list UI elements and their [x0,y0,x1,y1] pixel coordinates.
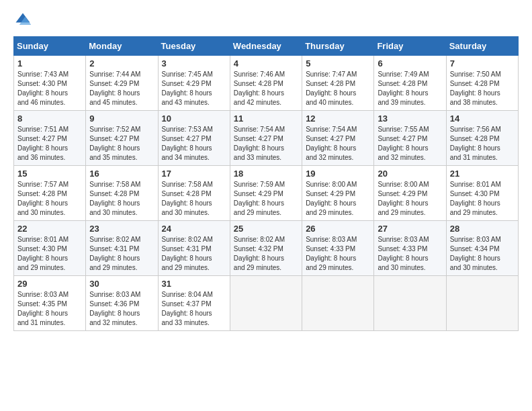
day-number: 31 [162,279,226,289]
day-info: Sunrise: 7:44 AMSunset: 4:29 PMDaylight:… [89,70,154,107]
calendar-cell: 29Sunrise: 8:03 AMSunset: 4:35 PMDayligh… [14,276,86,331]
page-header [13,11,519,30]
day-number: 3 [162,58,226,68]
day-number: 18 [234,169,298,179]
day-number: 22 [17,224,82,234]
calendar-cell: 23Sunrise: 8:02 AMSunset: 4:31 PMDayligh… [86,221,158,276]
calendar-cell [302,276,374,331]
day-number: 21 [450,169,515,179]
day-number: 4 [234,58,298,68]
day-info: Sunrise: 7:58 AMSunset: 4:28 PMDaylight:… [162,180,226,218]
day-info: Sunrise: 8:04 AMSunset: 4:37 PMDaylight:… [162,290,226,328]
weekday-header-wednesday: Wednesday [230,37,302,56]
calendar-cell: 17Sunrise: 7:58 AMSunset: 4:28 PMDayligh… [158,166,230,221]
weekday-header-sunday: Sunday [14,37,86,56]
calendar-cell [446,276,518,331]
calendar-cell: 8Sunrise: 7:51 AMSunset: 4:27 PMDaylight… [14,111,86,166]
calendar-cell: 30Sunrise: 8:03 AMSunset: 4:36 PMDayligh… [86,276,158,331]
day-number: 26 [306,224,370,234]
day-info: Sunrise: 7:54 AMSunset: 4:27 PMDaylight:… [306,125,370,163]
day-info: Sunrise: 8:02 AMSunset: 4:31 PMDaylight:… [162,235,226,273]
day-info: Sunrise: 8:02 AMSunset: 4:31 PMDaylight:… [89,235,154,273]
calendar-cell: 20Sunrise: 8:00 AMSunset: 4:29 PMDayligh… [374,166,446,221]
day-number: 25 [234,224,298,234]
day-number: 16 [89,169,154,179]
calendar-week-row: 8Sunrise: 7:51 AMSunset: 4:27 PMDaylight… [14,111,519,166]
calendar-body: 1Sunrise: 7:43 AMSunset: 4:30 PMDaylight… [14,56,519,331]
day-number: 2 [89,58,154,68]
day-number: 28 [450,224,515,234]
day-info: Sunrise: 7:45 AMSunset: 4:29 PMDaylight:… [162,70,226,107]
calendar-cell: 25Sunrise: 8:02 AMSunset: 4:32 PMDayligh… [230,221,302,276]
day-info: Sunrise: 8:03 AMSunset: 4:33 PMDaylight:… [378,235,442,273]
calendar-cell: 31Sunrise: 8:04 AMSunset: 4:37 PMDayligh… [158,276,230,331]
day-info: Sunrise: 8:01 AMSunset: 4:30 PMDaylight:… [450,180,515,218]
calendar-cell: 18Sunrise: 7:59 AMSunset: 4:29 PMDayligh… [230,166,302,221]
calendar-cell [374,276,446,331]
weekday-header-saturday: Saturday [446,37,518,56]
day-number: 1 [17,58,82,68]
day-info: Sunrise: 7:47 AMSunset: 4:28 PMDaylight:… [306,70,370,107]
day-info: Sunrise: 7:58 AMSunset: 4:28 PMDaylight:… [89,180,154,218]
calendar-cell: 27Sunrise: 8:03 AMSunset: 4:33 PMDayligh… [374,221,446,276]
day-number: 13 [378,113,442,124]
calendar-week-row: 15Sunrise: 7:57 AMSunset: 4:28 PMDayligh… [14,166,519,221]
day-info: Sunrise: 7:56 AMSunset: 4:28 PMDaylight:… [450,125,515,163]
day-info: Sunrise: 7:50 AMSunset: 4:28 PMDaylight:… [450,70,515,107]
calendar-cell: 16Sunrise: 7:58 AMSunset: 4:28 PMDayligh… [86,166,158,221]
calendar-week-row: 1Sunrise: 7:43 AMSunset: 4:30 PMDaylight… [14,56,519,111]
day-number: 29 [17,279,82,289]
day-number: 11 [234,113,298,124]
day-number: 8 [17,113,82,124]
weekday-header-tuesday: Tuesday [158,37,230,56]
day-number: 24 [162,224,226,234]
day-number: 20 [378,169,442,179]
calendar-cell [230,276,302,331]
day-number: 23 [89,224,154,234]
day-number: 10 [162,113,226,124]
day-info: Sunrise: 7:54 AMSunset: 4:27 PMDaylight:… [234,125,298,163]
calendar-cell: 21Sunrise: 8:01 AMSunset: 4:30 PMDayligh… [446,166,518,221]
day-info: Sunrise: 8:02 AMSunset: 4:32 PMDaylight:… [234,235,298,273]
day-number: 17 [162,169,226,179]
calendar-cell: 5Sunrise: 7:47 AMSunset: 4:28 PMDaylight… [302,56,374,111]
calendar-week-row: 29Sunrise: 8:03 AMSunset: 4:35 PMDayligh… [14,276,519,331]
day-info: Sunrise: 7:52 AMSunset: 4:27 PMDaylight:… [89,125,154,163]
logo [13,11,35,30]
day-info: Sunrise: 8:00 AMSunset: 4:29 PMDaylight:… [378,180,442,218]
calendar-cell: 1Sunrise: 7:43 AMSunset: 4:30 PMDaylight… [14,56,86,111]
logo-icon [13,11,32,30]
day-info: Sunrise: 7:49 AMSunset: 4:28 PMDaylight:… [378,70,442,107]
day-info: Sunrise: 8:00 AMSunset: 4:29 PMDaylight:… [306,180,370,218]
calendar-cell: 4Sunrise: 7:46 AMSunset: 4:28 PMDaylight… [230,56,302,111]
day-number: 27 [378,224,442,234]
day-info: Sunrise: 7:53 AMSunset: 4:27 PMDaylight:… [162,125,226,163]
day-info: Sunrise: 8:03 AMSunset: 4:34 PMDaylight:… [450,235,515,273]
day-number: 15 [17,169,82,179]
calendar-cell: 19Sunrise: 8:00 AMSunset: 4:29 PMDayligh… [302,166,374,221]
weekday-header-monday: Monday [86,37,158,56]
calendar-cell: 26Sunrise: 8:03 AMSunset: 4:33 PMDayligh… [302,221,374,276]
day-number: 7 [450,58,515,68]
day-info: Sunrise: 7:51 AMSunset: 4:27 PMDaylight:… [17,125,82,163]
calendar-cell: 2Sunrise: 7:44 AMSunset: 4:29 PMDaylight… [86,56,158,111]
day-number: 12 [306,113,370,124]
weekday-header-row: SundayMondayTuesdayWednesdayThursdayFrid… [14,37,519,56]
day-number: 14 [450,113,515,124]
calendar-cell: 15Sunrise: 7:57 AMSunset: 4:28 PMDayligh… [14,166,86,221]
day-info: Sunrise: 8:01 AMSunset: 4:30 PMDaylight:… [17,235,82,273]
calendar-week-row: 22Sunrise: 8:01 AMSunset: 4:30 PMDayligh… [14,221,519,276]
day-info: Sunrise: 7:43 AMSunset: 4:30 PMDaylight:… [17,70,82,107]
calendar-cell: 7Sunrise: 7:50 AMSunset: 4:28 PMDaylight… [446,56,518,111]
calendar-cell: 13Sunrise: 7:55 AMSunset: 4:27 PMDayligh… [374,111,446,166]
calendar-cell: 6Sunrise: 7:49 AMSunset: 4:28 PMDaylight… [374,56,446,111]
day-number: 5 [306,58,370,68]
day-info: Sunrise: 7:55 AMSunset: 4:27 PMDaylight:… [378,125,442,163]
calendar-header: SundayMondayTuesdayWednesdayThursdayFrid… [14,37,519,56]
calendar-cell: 11Sunrise: 7:54 AMSunset: 4:27 PMDayligh… [230,111,302,166]
day-number: 9 [89,113,154,124]
day-info: Sunrise: 7:59 AMSunset: 4:29 PMDaylight:… [234,180,298,218]
day-info: Sunrise: 8:03 AMSunset: 4:36 PMDaylight:… [89,290,154,328]
day-number: 6 [378,58,442,68]
calendar-cell: 24Sunrise: 8:02 AMSunset: 4:31 PMDayligh… [158,221,230,276]
